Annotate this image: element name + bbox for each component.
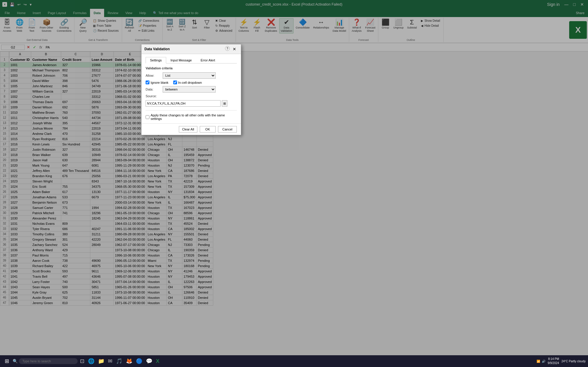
in-cell-dropdown-label: In-cell dropdown [178, 81, 202, 84]
data-label: Data: [146, 88, 160, 91]
data-validation-modal: Data Validation ? ✕ Settings Input Messa… [141, 44, 241, 135]
source-section: Source: ⊞ [146, 94, 237, 107]
source-select-button[interactable]: ⊞ [222, 100, 227, 107]
taskbar-search-input[interactable] [19, 358, 78, 364]
modal-close-button[interactable]: ✕ [231, 46, 238, 52]
apply-label: Apply these changes to all other cells w… [151, 113, 237, 120]
modal-tab-error-alert[interactable]: Error Alert [196, 57, 220, 63]
start-button[interactable]: ⊞ [2, 357, 11, 366]
taskbar-right: 📶 🔊 8:14 PM 9/9/2024 24°C Partly cloudy [537, 357, 586, 365]
modal-overlay: Data Validation ? ✕ Settings Input Messa… [0, 0, 588, 367]
ignore-blank-checkbox-label[interactable]: Ignore blank [146, 81, 169, 84]
validation-criteria-label: Validation criteria [146, 66, 237, 70]
app-icon-4[interactable]: 💬 [145, 357, 154, 366]
task-view-icon[interactable]: ⊡ [79, 357, 86, 366]
system-icons: 📶 🔊 [537, 360, 545, 363]
allow-label: Allow: [146, 74, 160, 77]
network-icon[interactable]: 📶 [537, 360, 540, 363]
ignore-blank-label: Ignore blank [151, 81, 169, 84]
taskbar-clock[interactable]: 8:14 PM 9/9/2024 [548, 357, 559, 365]
data-row: Data: between not between equal to not e… [146, 86, 237, 93]
modal-titlebar: Data Validation ? ✕ [141, 44, 241, 54]
source-box: ⊞ [146, 100, 237, 107]
clear-all-button[interactable]: Clear All [179, 126, 197, 133]
weather-display: 24°C Partly cloudy [562, 360, 586, 363]
source-label: Source: [146, 94, 237, 98]
modal-footer: Clear All OK Cancel [141, 123, 241, 135]
ignore-blank-checkbox[interactable] [146, 81, 149, 84]
app-icon-3[interactable]: 🔵 [135, 357, 144, 366]
modal-title-controls: ? ✕ [225, 46, 238, 52]
search-icon-taskbar: 🔍 [13, 359, 18, 363]
mail-icon[interactable]: ✉ [107, 357, 114, 366]
modal-tab-input-message[interactable]: Input Message [166, 57, 196, 63]
cancel-button[interactable]: Cancel [218, 126, 237, 133]
app-icon-2[interactable]: 🦊 [125, 357, 134, 366]
checkbox-row: Ignore blank In-cell dropdown [146, 81, 237, 84]
in-cell-dropdown-checkbox[interactable] [173, 81, 177, 84]
excel-taskbar-icon[interactable]: X [155, 357, 161, 366]
taskbar: ⊞ 🔍 ⊡ 🌐 📁 ✉ 🎵 🦊 🔵 💬 X 📶 🔊 8:14 PM 9/9/20… [0, 355, 588, 367]
source-input[interactable] [146, 100, 221, 107]
modal-body: Settings Input Message Error Alert Valid… [141, 54, 241, 123]
apply-row: Apply these changes to all other cells w… [146, 110, 237, 120]
apply-all-checkbox[interactable] [146, 115, 149, 119]
modal-tabs: Settings Input Message Error Alert [146, 57, 237, 63]
modal-title: Data Validation [144, 47, 170, 51]
date-display: 9/9/2024 [548, 361, 559, 365]
files-icon[interactable]: 📁 [97, 357, 106, 366]
app-icon-1[interactable]: 🎵 [115, 357, 124, 366]
in-cell-dropdown-checkbox-label[interactable]: In-cell dropdown [173, 81, 202, 84]
modal-tab-settings[interactable]: Settings [146, 57, 166, 63]
edge-icon[interactable]: 🌐 [87, 357, 96, 366]
allow-select[interactable]: List Any value Whole number Decimal Date… [163, 72, 216, 79]
modal-help-button[interactable]: ? [225, 46, 230, 51]
data-select[interactable]: between not between equal to not equal t… [163, 86, 216, 93]
allow-row: Allow: List Any value Whole number Decim… [146, 72, 237, 79]
time-display: 8:14 PM [548, 357, 559, 361]
ok-button[interactable]: OK [200, 126, 216, 133]
volume-icon[interactable]: 🔊 [542, 360, 545, 363]
